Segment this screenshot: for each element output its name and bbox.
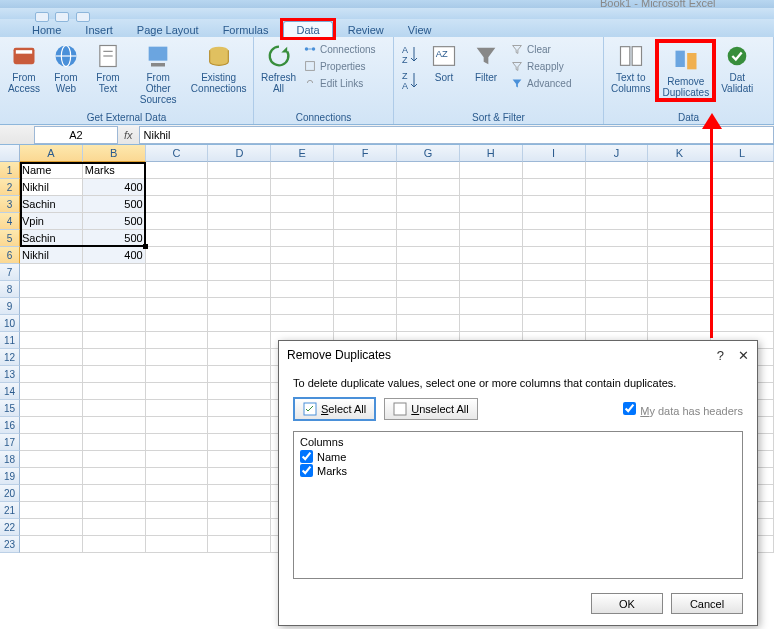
filter-button[interactable]: Filter (466, 39, 506, 83)
col-header[interactable]: E (271, 145, 334, 162)
cell[interactable] (146, 264, 209, 281)
row-header[interactable]: 23 (0, 536, 20, 553)
col-header[interactable]: J (586, 145, 649, 162)
cell[interactable] (397, 230, 460, 247)
col-header[interactable]: C (146, 145, 209, 162)
row-header[interactable]: 3 (0, 196, 20, 213)
row-header[interactable]: 19 (0, 468, 20, 485)
col-header[interactable]: D (208, 145, 271, 162)
row-header[interactable]: 21 (0, 502, 20, 519)
row-header[interactable]: 16 (0, 417, 20, 434)
cell[interactable] (523, 196, 586, 213)
cell[interactable] (523, 281, 586, 298)
tab-home[interactable]: Home (20, 22, 73, 37)
row-header[interactable]: 22 (0, 519, 20, 536)
tab-data[interactable]: Data (283, 21, 332, 37)
cell[interactable] (146, 468, 209, 485)
cell[interactable] (397, 264, 460, 281)
cell[interactable] (83, 349, 146, 366)
cell[interactable] (83, 281, 146, 298)
select-all-button[interactable]: Select All (293, 397, 376, 421)
tab-page-layout[interactable]: Page Layout (125, 22, 211, 37)
cell[interactable] (648, 315, 711, 332)
cell[interactable] (586, 162, 649, 179)
cell[interactable] (146, 451, 209, 468)
cell[interactable] (271, 196, 334, 213)
help-icon[interactable]: ? (717, 348, 724, 363)
cell[interactable] (208, 502, 271, 519)
cell[interactable]: Sachin (20, 196, 83, 213)
cell[interactable] (83, 298, 146, 315)
cell[interactable] (711, 281, 774, 298)
cell[interactable] (586, 196, 649, 213)
row-header[interactable]: 2 (0, 179, 20, 196)
cell[interactable] (711, 196, 774, 213)
from-other-button[interactable]: From Other Sources (130, 39, 186, 105)
cell[interactable] (271, 162, 334, 179)
cell[interactable] (20, 502, 83, 519)
cell[interactable] (334, 298, 397, 315)
headers-checkbox-label[interactable]: My data has headers (623, 402, 743, 417)
cell[interactable] (208, 162, 271, 179)
cell[interactable] (146, 298, 209, 315)
col-header[interactable]: H (460, 145, 523, 162)
cell[interactable] (397, 298, 460, 315)
cell[interactable] (648, 298, 711, 315)
cell[interactable] (20, 366, 83, 383)
cell[interactable] (648, 281, 711, 298)
tab-insert[interactable]: Insert (73, 22, 125, 37)
text-to-columns-button[interactable]: Text to Columns (608, 39, 653, 94)
cell[interactable] (146, 247, 209, 264)
cell[interactable] (20, 383, 83, 400)
cell[interactable] (460, 298, 523, 315)
cell[interactable] (20, 451, 83, 468)
cell[interactable] (20, 434, 83, 451)
cell[interactable] (146, 281, 209, 298)
cell[interactable] (397, 315, 460, 332)
cell[interactable]: 400 (83, 179, 146, 196)
cell[interactable] (460, 162, 523, 179)
cell[interactable] (83, 519, 146, 536)
cell[interactable] (648, 264, 711, 281)
col-header[interactable]: L (711, 145, 774, 162)
cell[interactable] (334, 213, 397, 230)
cell[interactable] (586, 315, 649, 332)
cell[interactable] (523, 162, 586, 179)
cell[interactable] (711, 179, 774, 196)
cell[interactable] (20, 400, 83, 417)
cell[interactable] (20, 468, 83, 485)
cell[interactable] (648, 247, 711, 264)
cell[interactable] (711, 213, 774, 230)
cell[interactable] (460, 196, 523, 213)
cell[interactable] (83, 536, 146, 553)
cell[interactable] (271, 179, 334, 196)
connections-button[interactable]: Connections (301, 41, 378, 57)
cell[interactable] (586, 247, 649, 264)
cell[interactable] (208, 519, 271, 536)
column-item[interactable]: Name (300, 450, 736, 463)
row-header[interactable]: 15 (0, 400, 20, 417)
row-header[interactable]: 12 (0, 349, 20, 366)
cell[interactable] (334, 196, 397, 213)
cell[interactable] (648, 179, 711, 196)
cell[interactable] (83, 451, 146, 468)
cell[interactable] (397, 162, 460, 179)
cell[interactable] (146, 196, 209, 213)
cell[interactable]: Vpin (20, 213, 83, 230)
cell[interactable] (146, 400, 209, 417)
cell[interactable] (208, 349, 271, 366)
row-header[interactable]: 1 (0, 162, 20, 179)
cell[interactable]: 400 (83, 247, 146, 264)
clear-button[interactable]: Clear (508, 41, 573, 57)
row-header[interactable]: 6 (0, 247, 20, 264)
row-header[interactable]: 9 (0, 298, 20, 315)
columns-listbox[interactable]: Columns Name Marks (293, 431, 743, 579)
row-header[interactable]: 14 (0, 383, 20, 400)
existing-connections-button[interactable]: Existing Connections (188, 39, 249, 94)
cell[interactable] (711, 298, 774, 315)
cell[interactable] (146, 315, 209, 332)
edit-links-button[interactable]: Edit Links (301, 75, 378, 91)
cell[interactable] (20, 264, 83, 281)
tab-view[interactable]: View (396, 22, 444, 37)
cell[interactable] (208, 366, 271, 383)
